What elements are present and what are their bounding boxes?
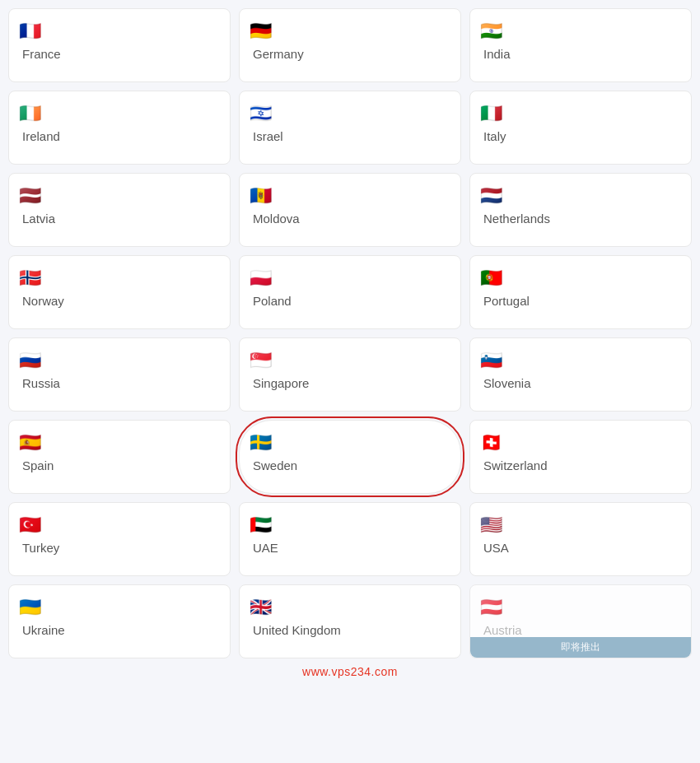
flag-united-kingdom: 🇬🇧	[250, 598, 272, 616]
flag-netherlands: 🇳🇱	[480, 187, 502, 205]
flag-italy: 🇮🇹	[480, 105, 502, 123]
country-name-italy: Italy	[480, 129, 681, 143]
flag-singapore: 🇸🇬	[250, 351, 272, 370]
flag-latvia: 🇱🇻	[19, 187, 41, 205]
country-card-austria[interactable]: 🇦🇹Austria即将推出	[469, 584, 692, 658]
flag-spain: 🇪🇸	[19, 434, 41, 452]
country-name-poland: Poland	[250, 294, 450, 308]
country-name-norway: Norway	[19, 294, 220, 308]
country-name-russia: Russia	[19, 376, 220, 390]
country-card-uae[interactable]: 🇦🇪UAE	[239, 502, 461, 576]
country-name-ireland: Ireland	[19, 129, 220, 143]
country-name-usa: USA	[480, 541, 681, 555]
country-card-moldova[interactable]: 🇲🇩Moldova	[239, 173, 461, 247]
flag-india: 🇮🇳	[480, 22, 502, 40]
country-card-united-kingdom[interactable]: 🇬🇧United Kingdom	[239, 584, 461, 658]
country-card-france[interactable]: 🇫🇷France	[8, 8, 231, 82]
flag-slovenia: 🇸🇮	[480, 351, 502, 370]
country-card-ukraine[interactable]: 🇺🇦Ukraine	[8, 584, 231, 658]
flag-turkey: 🇹🇷	[19, 516, 41, 534]
flag-poland: 🇵🇱	[250, 269, 272, 287]
country-card-italy[interactable]: 🇮🇹Italy	[469, 91, 692, 165]
flag-austria: 🇦🇹	[480, 598, 502, 616]
country-name-netherlands: Netherlands	[480, 212, 681, 226]
flag-usa: 🇺🇸	[480, 516, 502, 534]
country-name-germany: Germany	[250, 47, 450, 61]
country-name-united-kingdom: United Kingdom	[250, 623, 450, 637]
flag-israel: 🇮🇱	[250, 105, 272, 123]
country-card-israel[interactable]: 🇮🇱Israel	[239, 91, 461, 165]
flag-norway: 🇳🇴	[19, 269, 41, 287]
country-card-sweden[interactable]: 🇸🇪Sweden	[239, 420, 461, 494]
country-card-singapore[interactable]: 🇸🇬Singapore	[239, 337, 461, 412]
country-card-portugal[interactable]: 🇵🇹Portugal	[469, 255, 692, 329]
country-card-spain[interactable]: 🇪🇸Spain	[8, 420, 231, 494]
flag-sweden: 🇸🇪	[250, 434, 272, 452]
country-name-sweden: Sweden	[250, 458, 450, 472]
country-name-india: India	[480, 47, 681, 61]
country-card-india[interactable]: 🇮🇳India	[469, 8, 692, 82]
country-name-spain: Spain	[19, 458, 220, 472]
flag-germany: 🇩🇪	[250, 22, 272, 40]
country-card-russia[interactable]: 🇷🇺Russia	[8, 337, 231, 412]
country-name-slovenia: Slovenia	[480, 376, 681, 390]
country-card-slovenia[interactable]: 🇸🇮Slovenia	[469, 337, 692, 412]
country-card-usa[interactable]: 🇺🇸USA	[469, 502, 692, 576]
flag-russia: 🇷🇺	[19, 351, 41, 370]
country-name-ukraine: Ukraine	[19, 623, 220, 637]
country-name-uae: UAE	[250, 541, 450, 555]
country-name-israel: Israel	[250, 129, 450, 143]
country-name-turkey: Turkey	[19, 541, 220, 555]
country-card-turkey[interactable]: 🇹🇷Turkey	[8, 502, 231, 576]
flag-france: 🇫🇷	[19, 22, 41, 40]
country-name-portugal: Portugal	[480, 294, 681, 308]
country-card-ireland[interactable]: 🇮🇪Ireland	[8, 91, 231, 165]
country-name-moldova: Moldova	[250, 212, 450, 226]
coming-soon-badge: 即将推出	[470, 637, 691, 658]
country-card-germany[interactable]: 🇩🇪Germany	[239, 8, 461, 82]
country-name-switzerland: Switzerland	[480, 458, 681, 472]
flag-portugal: 🇵🇹	[480, 269, 502, 287]
country-card-switzerland[interactable]: 🇨🇭Switzerland	[469, 420, 692, 494]
country-card-norway[interactable]: 🇳🇴Norway	[8, 255, 231, 329]
country-card-latvia[interactable]: 🇱🇻Latvia	[8, 173, 231, 247]
country-card-poland[interactable]: 🇵🇱Poland	[239, 255, 461, 329]
country-name-france: France	[19, 47, 220, 61]
country-grid: 🇫🇷France🇩🇪Germany🇮🇳India🇮🇪Ireland🇮🇱Israe…	[8, 8, 692, 658]
country-name-latvia: Latvia	[19, 212, 220, 226]
flag-uae: 🇦🇪	[250, 516, 272, 534]
country-card-netherlands[interactable]: 🇳🇱Netherlands	[469, 173, 692, 247]
flag-ukraine: 🇺🇦	[19, 598, 41, 616]
flag-moldova: 🇲🇩	[250, 187, 272, 205]
country-name-singapore: Singapore	[250, 376, 450, 390]
flag-ireland: 🇮🇪	[19, 105, 41, 123]
flag-switzerland: 🇨🇭	[480, 434, 502, 452]
watermark: www.vps234.com	[8, 658, 692, 680]
country-name-austria: Austria	[480, 623, 681, 637]
